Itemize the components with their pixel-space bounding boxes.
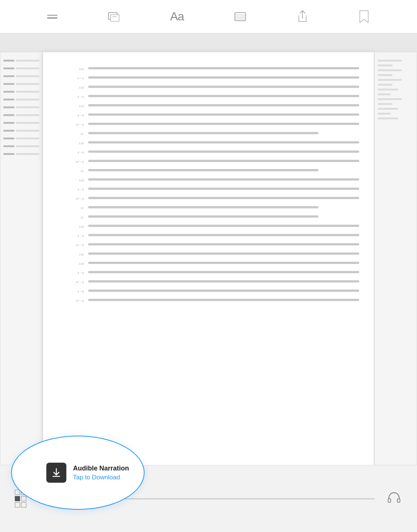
- page-content: 116 4→6 116 4→6 116 4→6 47→5 11 116 4→: [43, 52, 374, 323]
- text-line: [88, 197, 359, 202]
- svg-rect-7: [388, 499, 391, 502]
- reading-area: 116 4→6 116 4→6 116 4→6 47→5 11 116 4→: [0, 33, 417, 532]
- line-num: 4→6: [65, 290, 84, 299]
- text-line: [88, 271, 359, 277]
- line-num: 116: [65, 252, 84, 262]
- line-num: 4→6: [65, 234, 84, 243]
- toolbar: Aa: [0, 0, 417, 33]
- text-line: [88, 151, 359, 156]
- text-line: [88, 132, 359, 138]
- text-line: [88, 86, 359, 91]
- audible-narration-popup[interactable]: Audible Narration Tap to Download: [11, 436, 145, 510]
- line-num: 47→5: [65, 160, 84, 169]
- line-num: 47→5: [65, 123, 84, 132]
- grid-cell: [15, 502, 20, 508]
- audible-subtitle[interactable]: Tap to Download: [73, 474, 129, 481]
- line-num: 4→6: [65, 76, 84, 86]
- line-num: 4→6: [65, 188, 84, 197]
- text-line: [88, 188, 359, 193]
- text-line: [88, 299, 359, 304]
- text-line: [88, 178, 359, 184]
- line-num: 47→5: [65, 299, 84, 308]
- right-page-lines: [375, 52, 417, 130]
- line-num: 11: [65, 169, 84, 178]
- line-num: 116: [65, 104, 84, 113]
- hamburger-icon: [47, 15, 57, 19]
- text-line: [88, 141, 359, 147]
- grid-cell: [21, 496, 26, 501]
- line-num: 47→5: [65, 280, 84, 290]
- headphones-button[interactable]: [386, 490, 402, 508]
- text-line: [88, 95, 359, 100]
- grid-cell: [21, 502, 26, 508]
- line-num: 116: [65, 86, 84, 95]
- line-num: 47→5: [65, 243, 84, 252]
- svg-rect-8: [397, 499, 400, 502]
- line-num: 116: [65, 178, 84, 188]
- grid-cell: [15, 496, 20, 501]
- flashcard-button[interactable]: [107, 10, 120, 23]
- font-size-button[interactable]: Aa: [170, 10, 184, 23]
- text-line: [88, 67, 359, 73]
- text-line: [88, 104, 359, 110]
- text-line: [88, 262, 359, 267]
- line-num: 116: [65, 67, 84, 76]
- share-button[interactable]: [297, 10, 308, 23]
- text-line: [88, 206, 359, 212]
- text-line: [88, 169, 359, 175]
- text-line: [88, 113, 359, 119]
- main-page: 116 4→6 116 4→6 116 4→6 47→5 11 116 4→: [43, 52, 374, 465]
- left-side-page: [0, 52, 43, 465]
- line-num: 11: [65, 215, 84, 225]
- text-line: [88, 290, 359, 295]
- text-line: [88, 123, 359, 128]
- line-num: 11: [65, 132, 84, 141]
- audible-title: Audible Narration: [73, 464, 129, 473]
- bookmark-icon: [358, 9, 370, 24]
- svg-rect-3: [235, 13, 246, 21]
- left-page-lines: [0, 52, 42, 168]
- audible-text-block: Audible Narration Tap to Download: [73, 464, 129, 481]
- download-icon: [51, 467, 62, 478]
- share-icon: [297, 10, 308, 23]
- layout-icon: [234, 10, 247, 23]
- bookmark-button[interactable]: [358, 9, 370, 24]
- headphones-icon: [386, 490, 402, 506]
- font-label: Aa: [170, 10, 184, 23]
- line-num: 116: [65, 141, 84, 151]
- line-num: 4→6: [65, 151, 84, 160]
- line-num: 116: [65, 262, 84, 271]
- line-num: 47→5: [65, 197, 84, 206]
- line-num: 11: [65, 206, 84, 215]
- text-line: [88, 280, 359, 286]
- line-num: 116: [65, 225, 84, 234]
- text-line: [88, 160, 359, 165]
- line-num: 4→6: [65, 271, 84, 280]
- text-line: [88, 243, 359, 249]
- right-side-page: [374, 52, 417, 465]
- text-line: [88, 252, 359, 258]
- text-line: [88, 234, 359, 239]
- text-line: [88, 215, 359, 221]
- text-line: [88, 76, 359, 82]
- layout-button[interactable]: [234, 10, 247, 23]
- line-num: 4→6: [65, 95, 84, 104]
- flashcard-icon: [107, 10, 120, 23]
- svg-rect-1: [110, 14, 119, 21]
- menu-button[interactable]: [47, 15, 57, 19]
- line-num: 4→6: [65, 113, 84, 123]
- audible-download-button[interactable]: [46, 463, 66, 483]
- text-line: [88, 225, 359, 230]
